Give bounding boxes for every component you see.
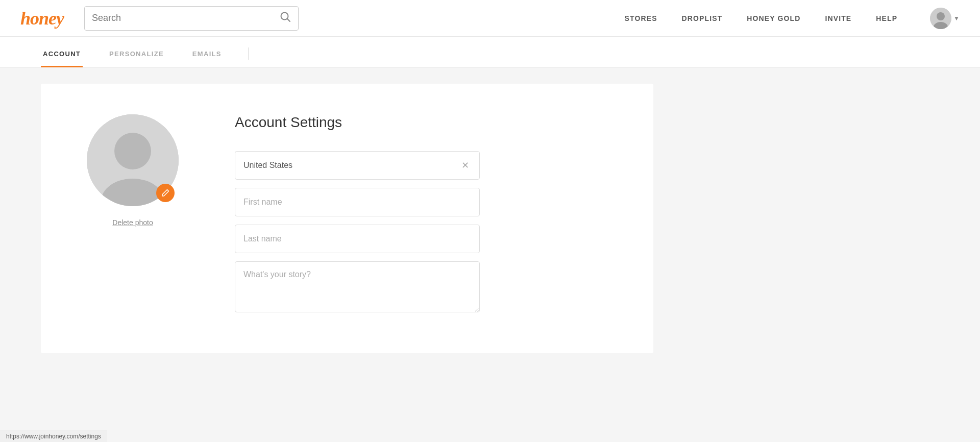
first-name-field	[235, 188, 612, 216]
main-content: Delete photo Account Settings United Sta…	[0, 67, 980, 442]
svg-line-1	[287, 19, 290, 21]
page-title: Account Settings	[235, 114, 612, 131]
status-url: https://www.joinhoney.com/settings	[6, 433, 101, 440]
user-chevron-icon: ▼	[953, 15, 960, 22]
search-container	[84, 6, 299, 31]
avatar	[930, 8, 951, 29]
country-value: United States	[243, 161, 459, 170]
header: honey STORES DROPLIST HONEY GOLD INVITE …	[0, 0, 980, 37]
last-name-field	[235, 225, 612, 253]
nav-invite[interactable]: INVITE	[825, 14, 851, 22]
svg-point-3	[937, 12, 945, 20]
last-name-input[interactable]	[235, 225, 480, 253]
user-avatar-button[interactable]: ▼	[930, 8, 960, 29]
tab-divider	[248, 47, 249, 60]
delete-photo-link[interactable]: Delete photo	[112, 218, 153, 227]
profile-avatar	[87, 114, 179, 206]
edit-avatar-button[interactable]	[156, 184, 175, 202]
tab-account[interactable]: ACCOUNT	[41, 50, 83, 67]
svg-point-6	[114, 133, 151, 169]
nav-droplist[interactable]: DROPLIST	[682, 14, 723, 22]
search-input[interactable]	[92, 13, 276, 23]
nav-help[interactable]: HELP	[876, 14, 897, 22]
tab-emails[interactable]: EMAILS	[190, 50, 224, 67]
form-section: Account Settings United States ✕	[235, 114, 612, 323]
country-field[interactable]: United States ✕	[235, 151, 480, 180]
first-name-input[interactable]	[235, 188, 480, 216]
story-textarea[interactable]	[235, 261, 480, 312]
nav-honey-gold[interactable]: HONEY GOLD	[747, 14, 800, 22]
nav-links: STORES DROPLIST HONEY GOLD INVITE HELP ▼	[625, 8, 960, 29]
nav-stores[interactable]: STORES	[625, 14, 657, 22]
logo: honey	[20, 8, 64, 29]
clear-country-button[interactable]: ✕	[459, 159, 471, 172]
tab-personalize[interactable]: PERSONALIZE	[107, 50, 166, 67]
status-bar: https://www.joinhoney.com/settings	[0, 430, 107, 442]
tabs-bar: ACCOUNT PERSONALIZE EMAILS	[0, 37, 980, 67]
settings-card: Delete photo Account Settings United Sta…	[41, 84, 653, 353]
search-icon[interactable]	[280, 11, 291, 25]
avatar-section: Delete photo	[82, 114, 184, 323]
story-field	[235, 261, 612, 314]
